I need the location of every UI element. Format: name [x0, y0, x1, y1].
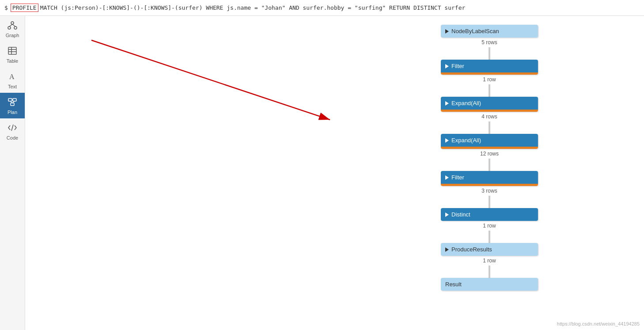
- plan-node-header-8: Result: [441, 278, 538, 291]
- plan-rows-7: 1 row: [483, 258, 496, 264]
- svg-text:A: A: [9, 73, 15, 80]
- connector-2: [489, 84, 490, 97]
- query-text: MATCH (js:Person)-[:KNOWS]-()-[:KNOWS]-(…: [40, 4, 466, 11]
- svg-line-4: [12, 24, 15, 27]
- connector-7: [489, 266, 490, 278]
- plan-node-produceresults[interactable]: ProduceResults: [441, 243, 538, 256]
- plan-node-label-4: Expand(All): [451, 137, 481, 144]
- plan-node-footer-4: [441, 147, 538, 149]
- plan-node-header-5: Filter: [441, 171, 538, 184]
- svg-line-3: [9, 24, 12, 27]
- graph-icon: [8, 20, 17, 31]
- play-icon-6: [445, 212, 449, 217]
- connector-5: [489, 196, 490, 208]
- sidebar-item-code[interactable]: Code: [0, 118, 25, 144]
- content-area: NodeByLabelScan 5 rows Filter 1 row: [25, 16, 644, 330]
- sidebar-graph-label: Graph: [6, 33, 19, 38]
- profile-keyword: PROFILE: [11, 4, 38, 12]
- play-icon-4: [445, 138, 449, 143]
- query-bar: $ PROFILE MATCH (js:Person)-[:KNOWS]-()-…: [0, 0, 644, 16]
- plan-node-expand-2[interactable]: Expand(All): [441, 134, 538, 149]
- plan-rows-4: 12 rows: [480, 151, 499, 157]
- play-icon-3: [445, 101, 449, 106]
- svg-point-2: [14, 27, 17, 29]
- connector-4: [489, 159, 490, 171]
- svg-rect-10: [8, 99, 12, 101]
- svg-point-0: [11, 22, 14, 24]
- plan-icon: [8, 97, 17, 108]
- plan-rows-3: 4 rows: [481, 114, 497, 120]
- plan-node-wrapper-7: ProduceResults 1 row: [441, 243, 538, 278]
- sidebar-item-table[interactable]: Table: [0, 42, 25, 67]
- sidebar-item-text[interactable]: A Text: [0, 67, 25, 93]
- plan-node-wrapper-5: Filter 3 rows: [441, 171, 538, 208]
- plan-node-header-7: ProduceResults: [441, 243, 538, 256]
- plan-node-footer-2: [441, 72, 538, 75]
- sidebar-table-label: Table: [7, 58, 18, 64]
- svg-point-1: [8, 27, 11, 29]
- plan-node-distinct[interactable]: Distinct: [441, 208, 538, 221]
- plan-rows-6: 1 row: [483, 223, 496, 229]
- plan-node-label-2: Filter: [451, 63, 464, 69]
- plan-node-header-4: Expand(All): [441, 134, 538, 147]
- plan-node-label-8: Result: [445, 281, 462, 288]
- plan-node-wrapper-1: NodeByLabelScan 5 rows: [441, 25, 538, 60]
- plan-node-wrapper-8: Result: [441, 278, 538, 291]
- query-prompt: $: [4, 4, 8, 11]
- plan-node-header-3: Expand(All): [441, 97, 538, 110]
- plan-node-result[interactable]: Result: [441, 278, 538, 291]
- svg-rect-12: [11, 103, 14, 106]
- plan-node-label-3: Expand(All): [451, 100, 481, 106]
- svg-rect-5: [8, 47, 16, 54]
- sidebar-item-graph[interactable]: Graph: [0, 16, 25, 42]
- plan-node-label-6: Distinct: [451, 211, 470, 218]
- plan-node-wrapper-2: Filter 1 row: [441, 60, 538, 97]
- plan-node-filter-2[interactable]: Filter: [441, 171, 538, 186]
- plan-node-header-2: Filter: [441, 60, 538, 72]
- svg-rect-11: [13, 99, 16, 101]
- sidebar: Graph Table A Text: [0, 16, 25, 330]
- plan-area: NodeByLabelScan 5 rows Filter 1 row: [335, 16, 644, 330]
- sidebar-text-label: Text: [8, 84, 17, 89]
- plan-rows-5: 3 rows: [481, 188, 497, 194]
- svg-line-17: [91, 40, 330, 120]
- plan-rows-1: 5 rows: [481, 39, 497, 46]
- plan-node-nodebylabelscan[interactable]: NodeByLabelScan: [441, 25, 538, 38]
- text-icon: A: [8, 72, 17, 83]
- plan-rows-2: 1 row: [483, 76, 496, 83]
- connector-1: [489, 47, 490, 60]
- plan-node-wrapper-3: Expand(All) 4 rows: [441, 97, 538, 134]
- table-icon: [8, 46, 17, 57]
- play-icon-5: [445, 175, 449, 180]
- plan-node-header-1: NodeByLabelScan: [441, 25, 538, 38]
- connector-3: [489, 121, 490, 134]
- plan-node-wrapper-6: Distinct 1 row: [441, 208, 538, 243]
- connector-6: [489, 231, 490, 243]
- plan-node-expand-1[interactable]: Expand(All): [441, 97, 538, 112]
- plan-node-footer-5: [441, 184, 538, 186]
- sidebar-item-plan[interactable]: Plan: [0, 93, 25, 118]
- main-area: Graph Table A Text: [0, 16, 644, 330]
- plan-node-filter-1[interactable]: Filter: [441, 60, 538, 75]
- sidebar-code-label: Code: [7, 135, 18, 140]
- plan-node-wrapper-4: Expand(All) 12 rows: [441, 134, 538, 171]
- svg-line-15: [11, 125, 13, 131]
- watermark: https://blog.csdn.net/weixin_44194285: [557, 321, 640, 326]
- plan-node-footer-3: [441, 110, 538, 112]
- plan-node-label-1: NodeByLabelScan: [451, 28, 499, 34]
- play-icon-1: [445, 29, 449, 34]
- plan-node-label-5: Filter: [451, 174, 464, 181]
- play-icon-7: [445, 247, 449, 252]
- play-icon-2: [445, 64, 449, 68]
- plan-node-label-7: ProduceResults: [451, 246, 492, 253]
- plan-node-header-6: Distinct: [441, 208, 538, 221]
- code-icon: [8, 123, 17, 134]
- sidebar-plan-label: Plan: [8, 110, 17, 115]
